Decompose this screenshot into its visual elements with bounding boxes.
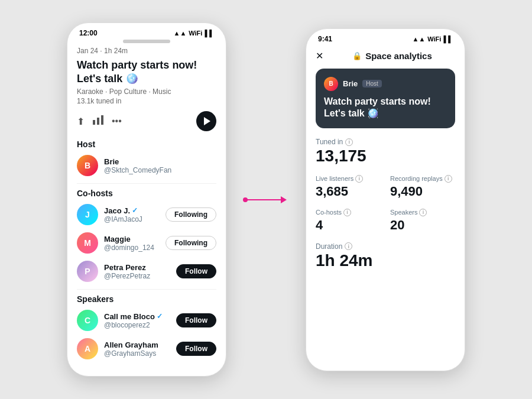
duration-value: 1h 24m [316, 252, 455, 270]
lock-icon: 🔒 [352, 51, 362, 60]
cohost-row-petra: P Petra Perez @PerezPetraz Follow [77, 261, 216, 282]
speakers-metric: Speakers i 20 [390, 209, 455, 233]
bloco-info: Call me Bloco ✓ @blocoperez2 [104, 312, 176, 329]
close-button[interactable]: ✕ [316, 50, 323, 61]
space-tuned: 13.1k tuned in [77, 97, 216, 105]
jaco-handle: @IAmJacoJ [104, 215, 166, 223]
arrow [245, 196, 287, 203]
allen-info: Allen Grayham @GrayhamSays [104, 340, 176, 358]
petra-handle: @PerezPetraz [104, 272, 176, 280]
toolbar: ⬆ ••• [77, 111, 216, 131]
jaco-verified: ✓ [132, 206, 138, 215]
speaker-row-allen: A Allen Grayham @GrayhamSays Follow [77, 338, 216, 359]
card-title: Watch party starts now! Let's talk 🪩 [324, 96, 447, 121]
status-icons-right: ▲▲ WiFi ▌▌ [413, 35, 453, 43]
bloco-follow-button[interactable]: Follow [176, 313, 216, 327]
speaker-row-bloco: C Call me Bloco ✓ @blocoperez2 Follow [77, 310, 216, 331]
time-right: 9:41 [318, 35, 332, 43]
maggie-info: Maggie @domingo_124 [104, 235, 166, 252]
status-bar-right: 9:41 ▲▲ WiFi ▌▌ [306, 29, 465, 46]
petra-name: Petra Perez [104, 263, 176, 272]
analytics-header: ✕ 🔒 Space analytics [306, 46, 465, 69]
cohost-row-maggie: M Maggie @domingo_124 Following [77, 232, 216, 254]
allen-follow-button[interactable]: Follow [176, 342, 216, 356]
status-icons-left: ▲▲ WiFi ▌▌ [174, 30, 215, 37]
speakers-section-label: Speakers [77, 294, 216, 304]
maggie-name: Maggie [104, 235, 166, 244]
space-meta: Jan 24 · 1h 24m [77, 47, 216, 55]
space-title-left: Watch party starts now!Let's talk 🪩 [77, 59, 216, 85]
avatar-brie: B [77, 155, 98, 176]
jaco-name: Jaco J. ✓ [104, 206, 166, 215]
arrow-head [281, 196, 287, 203]
left-phone: 12:00 ▲▲ WiFi ▌▌ Jan 24 · 1h 24m Watch p… [67, 22, 226, 377]
metrics-grid-2: Co-hosts i 4 Speakers i 20 [316, 209, 455, 233]
analytics-title: Space analytics [365, 51, 432, 61]
duration-metric: Duration i 1h 24m [316, 242, 455, 270]
phone-left-content: Jan 24 · 1h 24m Watch party starts now!L… [67, 47, 226, 376]
duration-info-icon[interactable]: i [345, 242, 352, 250]
svg-rect-1 [97, 118, 99, 125]
maggie-follow-button[interactable]: Following [166, 236, 216, 250]
tuned-in-metric: Tuned in i 13,175 [316, 138, 455, 166]
host-info: Brie @Sktch_ComedyFan [104, 157, 216, 174]
speakers-value: 20 [390, 218, 455, 233]
space-tags: Karaoke · Pop Culture · Music [77, 87, 216, 96]
recording-replays-value: 9,490 [390, 184, 455, 199]
live-listeners-label: Live listeners i [316, 175, 381, 183]
live-listeners-value: 3,685 [316, 184, 381, 199]
chart-icon[interactable] [93, 115, 103, 127]
host-name: Brie [104, 157, 216, 166]
avatar-petra: P [77, 261, 98, 282]
cohosts-value: 4 [316, 218, 381, 233]
jaco-info: Jaco J. ✓ @IAmJacoJ [104, 206, 166, 223]
bloco-handle: @blocoperez2 [104, 321, 176, 329]
petra-info: Petra Perez @PerezPetraz [104, 263, 176, 280]
maggie-handle: @domingo_124 [104, 244, 166, 252]
tuned-in-label: Tuned in i [316, 138, 455, 146]
jaco-follow-button[interactable]: Following [166, 207, 216, 222]
allen-name: Allen Grayham [104, 340, 176, 349]
host-section-label: Host [77, 140, 216, 149]
play-button[interactable] [196, 111, 216, 131]
live-listeners-info-icon[interactable]: i [355, 175, 363, 183]
share-icon[interactable]: ⬆ [77, 116, 85, 127]
svg-rect-2 [101, 115, 103, 125]
duration-label: Duration i [316, 242, 455, 251]
speakers-label: Speakers i [390, 209, 455, 216]
cohosts-metric: Co-hosts i 4 [316, 209, 381, 233]
cohosts-info-icon[interactable]: i [343, 209, 351, 216]
bloco-name: Call me Bloco ✓ [104, 312, 176, 321]
avatar-bloco: C [77, 310, 98, 331]
arrow-line [245, 199, 281, 200]
svg-rect-0 [93, 120, 95, 125]
speakers-info-icon[interactable]: i [419, 209, 427, 216]
space-card: B Brie Host Watch party starts now! Let'… [316, 69, 455, 129]
space-card-host-row: B Brie Host [324, 77, 447, 91]
allen-handle: @GrayhamSays [104, 349, 176, 358]
live-listeners-metric: Live listeners i 3,685 [316, 175, 381, 199]
recording-replays-label: Recording replays i [390, 175, 455, 183]
analytics-title-row: 🔒 Space analytics [329, 51, 455, 61]
right-phone: 9:41 ▲▲ WiFi ▌▌ ✕ 🔒 Space analytics B Br… [306, 28, 465, 371]
tuned-in-info-icon[interactable]: i [345, 138, 353, 146]
cohosts-section-label: Co-hosts [77, 189, 216, 198]
more-icon[interactable]: ••• [112, 116, 122, 126]
divider-1 [77, 183, 216, 184]
divider-2 [77, 289, 216, 290]
avatar-maggie: M [77, 232, 98, 254]
avatar-jaco: J [77, 204, 98, 225]
avatar-allen: A [77, 338, 98, 359]
recording-replays-metric: Recording replays i 9,490 [390, 175, 455, 199]
host-row: B Brie @Sktch_ComedyFan [77, 155, 216, 176]
time-left: 12:00 [79, 29, 98, 37]
cohost-row-jaco: J Jaco J. ✓ @IAmJacoJ Following [77, 204, 216, 225]
petra-follow-button[interactable]: Follow [176, 264, 216, 278]
cohosts-label: Co-hosts i [316, 209, 381, 216]
recording-replays-info-icon[interactable]: i [445, 175, 452, 183]
host-handle: @Sktch_ComedyFan [104, 166, 216, 174]
status-bar-left: 12:00 ▲▲ WiFi ▌▌ [67, 23, 226, 40]
host-tag: Host [362, 80, 382, 87]
card-avatar-brie: B [324, 77, 338, 91]
card-host-name: Brie [343, 79, 358, 88]
